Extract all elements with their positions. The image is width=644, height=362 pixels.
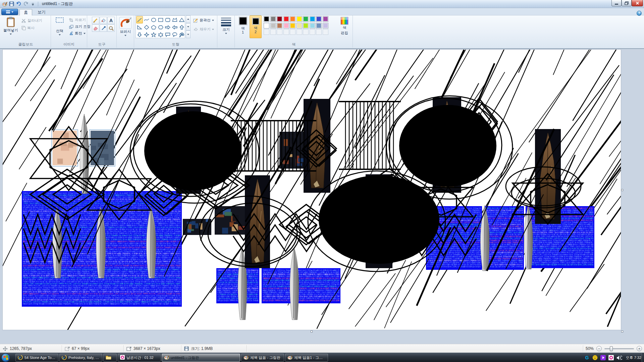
restore-button[interactable] <box>622 0 632 6</box>
logitech-g-tray-icon[interactable]: G <box>584 355 590 361</box>
application-menu-button[interactable] <box>1 9 18 15</box>
palette-color-3f48cc[interactable] <box>316 16 322 22</box>
shapes-gallery-expand-button[interactable] <box>186 31 191 38</box>
palette-color-ff7f27[interactable] <box>290 16 296 22</box>
rotate-button[interactable]: 회전 <box>69 31 86 36</box>
start-button[interactable] <box>1 353 10 362</box>
close-button[interactable] <box>632 0 643 6</box>
fill-button[interactable]: 채우기 <box>193 27 214 32</box>
shape-line[interactable] <box>136 16 143 23</box>
shape-right-triangle[interactable] <box>136 23 143 31</box>
palette-empty-slot[interactable] <box>290 29 296 35</box>
palette-empty-slot[interactable] <box>277 29 282 35</box>
palette-empty-slot[interactable] <box>323 29 328 35</box>
shape-down-arrow[interactable] <box>136 31 143 38</box>
copy-button[interactable]: 복사 <box>21 25 35 31</box>
select-button[interactable]: 선택 <box>52 16 67 36</box>
shape-rectangle[interactable] <box>157 16 164 23</box>
taskbar-button-남은시간-01-32[interactable]: 남은시간 : 01:32 <box>118 354 161 362</box>
undo-button[interactable] <box>16 1 21 7</box>
palette-color-ffc90e[interactable] <box>290 23 296 28</box>
palette-color-c8bfe7[interactable] <box>323 23 328 28</box>
palette-color-22b14c[interactable] <box>303 16 309 22</box>
zoom-slider-thumb[interactable] <box>610 346 613 351</box>
palette-color-ffaec9[interactable] <box>283 23 289 28</box>
eraser-tool[interactable] <box>92 24 99 32</box>
color1-button[interactable]: 색 1 <box>237 15 249 38</box>
zoom-out-button[interactable]: − <box>596 346 602 351</box>
shape-cloud-callout[interactable] <box>178 31 185 38</box>
canvas-resize-handle-corner[interactable] <box>621 330 623 333</box>
taskbar-button-제목-없음-그림판[interactable]: 제목 없음 - 그림판 <box>241 354 284 362</box>
shape-rounded-callout[interactable] <box>164 31 171 38</box>
fill-tool[interactable] <box>100 17 107 24</box>
magnifier-tool[interactable] <box>107 24 115 32</box>
paste-button[interactable]: 붙여넣기 <box>2 16 19 35</box>
shape-oval-callout[interactable] <box>171 31 178 38</box>
zoom-in-button[interactable]: + <box>637 346 642 351</box>
help-button[interactable]: ? <box>637 11 642 16</box>
palette-color-7092be[interactable] <box>316 23 322 28</box>
shape-ellipse[interactable] <box>150 16 157 23</box>
shape-curve[interactable] <box>143 16 150 23</box>
palette-color-ed1c24[interactable] <box>283 16 289 22</box>
smiley-tray-icon[interactable] <box>592 355 598 361</box>
show-desktop-button[interactable] <box>642 353 644 362</box>
palette-color-000000[interactable] <box>264 16 269 22</box>
tab-view[interactable]: 보기 <box>34 9 50 15</box>
shapes-scroll-up-button[interactable] <box>186 15 191 23</box>
shape-four-point-star[interactable] <box>143 31 150 38</box>
palette-empty-slot[interactable] <box>297 29 302 35</box>
shape-left-arrow[interactable] <box>171 23 178 31</box>
clock[interactable]: 오후 7:32 <box>626 355 641 360</box>
palette-empty-slot[interactable] <box>303 29 309 35</box>
palette-color-fff200[interactable] <box>297 16 302 22</box>
palette-empty-slot[interactable] <box>316 29 322 35</box>
palette-color-c3c3c3[interactable] <box>270 23 276 28</box>
save-button[interactable] <box>9 1 14 7</box>
shape-diamond[interactable] <box>143 23 150 31</box>
timer-ring-tray-icon[interactable] <box>608 355 614 361</box>
palette-color-99d9ea[interactable] <box>310 23 315 28</box>
shape-five-point-star[interactable] <box>150 31 157 38</box>
palette-color-efe4b0[interactable] <box>297 23 302 28</box>
color2-button[interactable]: 색 2 <box>250 15 262 38</box>
taskbar-button-제목-없음1-그림판[interactable]: 제목 없음1 - 그림판 <box>285 354 328 362</box>
qat-dropdown-button[interactable] <box>30 1 36 7</box>
palette-color-00a2e8[interactable] <box>310 16 315 22</box>
crop-button[interactable]: 자르기 <box>69 17 86 22</box>
minimize-button[interactable] <box>611 0 622 6</box>
palette-color-880015[interactable] <box>277 16 282 22</box>
color-picker-tool[interactable] <box>100 24 107 32</box>
shape-hexagon[interactable] <box>157 23 164 31</box>
palette-color-7f7f7f[interactable] <box>270 16 276 22</box>
shape-polygon[interactable] <box>171 16 178 23</box>
palette-color-b5e61d[interactable] <box>303 23 309 28</box>
redo-button[interactable] <box>23 1 29 7</box>
volume-tray-icon[interactable] <box>616 355 622 361</box>
shapes-scroll-down-button[interactable] <box>186 23 191 31</box>
taskbar-button-54-stone-age-tools-[interactable]: e54 Stone Age Tools ... <box>15 354 58 362</box>
palette-empty-slot[interactable] <box>310 29 315 35</box>
palette-color-b97a57[interactable] <box>277 23 282 28</box>
size-button[interactable]: 크기 <box>219 16 233 34</box>
palette-empty-slot[interactable] <box>283 29 289 35</box>
play-tray-icon[interactable] <box>600 355 606 361</box>
text-tool[interactable]: A <box>107 17 115 24</box>
canvas-resize-handle-right[interactable] <box>621 189 623 191</box>
shape-pentagon[interactable] <box>150 23 157 31</box>
tab-home[interactable]: 홈 <box>19 9 32 15</box>
canvas-resize-handle-bottom[interactable] <box>311 330 313 333</box>
palette-color-ffffff[interactable] <box>264 23 269 28</box>
zoom-slider-track[interactable] <box>604 348 634 349</box>
shape-six-point-star[interactable] <box>157 31 164 38</box>
taskbar-button-explorer[interactable] <box>103 354 117 362</box>
palette-color-a349a4[interactable] <box>323 16 328 22</box>
paint-canvas[interactable]: TURKS의 4억 간고하고 교묘한 면모는, 한국놈들에 오염 극대화되어 있… <box>3 50 621 330</box>
shape-up-arrow[interactable] <box>178 23 185 31</box>
shape-rounded-rectangle[interactable] <box>164 16 171 23</box>
pencil-tool[interactable] <box>92 17 99 24</box>
shape-right-arrow[interactable] <box>164 23 171 31</box>
brush-button[interactable]: 브러시 <box>118 16 133 36</box>
cut-button[interactable]: 잘라내기 <box>21 18 42 23</box>
